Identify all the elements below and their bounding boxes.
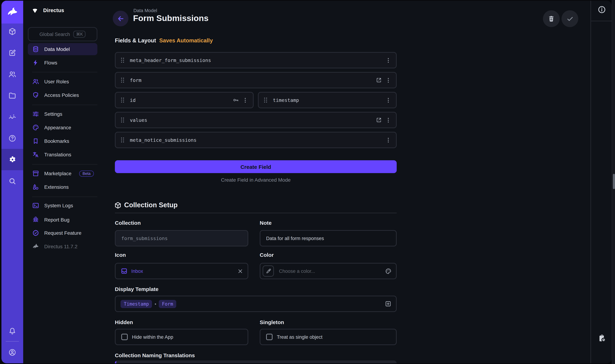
- delete-collection-button[interactable]: [543, 10, 560, 27]
- scrollbar-thumb[interactable]: [613, 174, 615, 189]
- module-settings-button[interactable]: [1, 149, 23, 170]
- sidebar-item-extensions[interactable]: Extensions: [28, 181, 98, 193]
- autosave-hint: Saves Automatically: [159, 37, 213, 43]
- primary-key-icon: [233, 97, 239, 103]
- sidebar-item-flows[interactable]: Flows: [28, 57, 98, 69]
- icon-input[interactable]: Inbox: [115, 263, 248, 279]
- field-name: form: [130, 77, 376, 83]
- collection-setup-heading: Collection Setup: [114, 201, 178, 209]
- field-row-meta-notice[interactable]: meta_notice_submissions: [115, 132, 397, 148]
- field-name: timestamp: [273, 97, 385, 103]
- field-row-form[interactable]: form: [115, 72, 397, 88]
- project-header[interactable]: Directus: [31, 7, 64, 14]
- sidebar-item-marketplace[interactable]: Marketplace Beta: [28, 167, 98, 180]
- trash-icon: [547, 15, 555, 22]
- directus-logo[interactable]: [1, 1, 23, 24]
- hidden-checkbox[interactable]: [121, 334, 128, 340]
- sidebar-item-data-model[interactable]: Data Model: [28, 43, 98, 55]
- drag-handle-icon[interactable]: [263, 96, 268, 104]
- version-label: Directus 11.7.2: [44, 244, 77, 249]
- sidebar-item-report-bug[interactable]: Report Bug: [28, 214, 98, 226]
- drag-handle-icon[interactable]: [120, 56, 125, 64]
- module-insights-button[interactable]: [1, 106, 23, 128]
- drag-handle-icon[interactable]: [120, 116, 125, 124]
- sidebar-item-user-roles[interactable]: User Roles: [28, 76, 98, 88]
- folder-icon: [8, 91, 16, 100]
- module-search-button[interactable]: [1, 170, 23, 192]
- template-chip-timestamp[interactable]: Timestamp: [121, 300, 152, 308]
- translations-label: Collection Naming Translations: [115, 352, 195, 358]
- module-help-button[interactable]: [1, 128, 23, 149]
- open-relation-icon[interactable]: [376, 117, 382, 123]
- sidebar-item-appearance[interactable]: Appearance: [28, 121, 98, 134]
- field-row-id[interactable]: id: [115, 92, 254, 108]
- rail-divider: [6, 341, 19, 342]
- icon-value: Inbox: [131, 268, 143, 274]
- open-relation-icon[interactable]: [376, 77, 382, 83]
- kebab-menu-icon[interactable]: [242, 97, 249, 104]
- project-logo-icon: [31, 7, 39, 14]
- collection-value: form_submissions: [116, 235, 168, 241]
- beta-badge: Beta: [79, 170, 94, 176]
- global-search-input[interactable]: Global Search ⌘K: [28, 27, 98, 41]
- field-row-meta-header[interactable]: meta_header_form_submissions: [115, 52, 397, 68]
- box-icon: [114, 201, 122, 209]
- sidebar-item-translations[interactable]: Translations: [28, 149, 98, 161]
- module-users-button[interactable]: [1, 63, 23, 85]
- singleton-checkbox-label: Treat as single object: [277, 334, 322, 340]
- create-field-button[interactable]: Create Field: [115, 160, 397, 173]
- sidebar-item-label: Translations: [44, 152, 71, 157]
- template-chip-form[interactable]: Form: [159, 300, 176, 308]
- kebab-menu-icon[interactable]: [385, 97, 392, 104]
- field-name: id: [130, 97, 233, 103]
- drag-handle-icon[interactable]: [120, 76, 125, 84]
- back-button[interactable]: [113, 11, 128, 26]
- edit-icon: [8, 49, 16, 57]
- singleton-field[interactable]: Treat as single object: [260, 329, 397, 345]
- module-content-button[interactable]: [1, 21, 23, 42]
- right-sidebar: [590, 1, 612, 363]
- display-template-input[interactable]: Timestamp • Form: [115, 296, 397, 312]
- kebab-menu-icon[interactable]: [385, 57, 392, 64]
- sidebar-item-label: Settings: [44, 111, 62, 117]
- eyedropper-button[interactable]: [263, 265, 274, 277]
- tune-icon: [32, 110, 39, 117]
- kebab-menu-icon[interactable]: [385, 117, 392, 123]
- sidebar-item-request-feature[interactable]: Request Feature: [28, 227, 98, 239]
- color-input[interactable]: Choose a color...: [260, 263, 397, 279]
- note-input[interactable]: Data for all form responses: [260, 230, 397, 247]
- field-row-values[interactable]: values: [115, 112, 397, 128]
- nav-divider: [32, 164, 98, 165]
- info-button[interactable]: [591, 5, 612, 14]
- search-icon: [8, 177, 16, 185]
- revisions-button[interactable]: [591, 334, 612, 342]
- notifications-button[interactable]: [1, 323, 23, 339]
- advanced-mode-link[interactable]: Create Field in Advanced Mode: [115, 177, 397, 183]
- add-box-icon[interactable]: [385, 300, 392, 307]
- user-avatar-button[interactable]: [1, 344, 23, 360]
- singleton-checkbox[interactable]: [266, 334, 273, 340]
- close-icon[interactable]: [237, 268, 243, 274]
- palette-icon[interactable]: [385, 268, 392, 274]
- sidebar-item-label: User Roles: [44, 79, 69, 84]
- field-row-timestamp[interactable]: timestamp: [258, 92, 397, 108]
- drag-handle-icon[interactable]: [120, 96, 125, 104]
- storefront-icon: [32, 170, 39, 177]
- bell-icon: [8, 327, 16, 335]
- module-editor-button[interactable]: [1, 42, 23, 63]
- hidden-field[interactable]: Hide within the App: [115, 329, 248, 345]
- cube-icon: [8, 27, 16, 35]
- sidebar-item-system-logs[interactable]: System Logs: [28, 199, 98, 212]
- translations-input-partial[interactable]: [115, 360, 397, 363]
- scrollbar-track[interactable]: [612, 0, 615, 364]
- module-files-button[interactable]: [1, 85, 23, 106]
- sidebar-item-access-policies[interactable]: Access Policies: [28, 89, 98, 101]
- kebab-menu-icon[interactable]: [385, 77, 392, 84]
- hidden-checkbox-label: Hide within the App: [132, 334, 173, 340]
- template-separator: •: [155, 301, 156, 306]
- sidebar-item-bookmarks[interactable]: Bookmarks: [28, 135, 98, 147]
- drag-handle-icon[interactable]: [120, 136, 125, 144]
- sidebar-item-settings[interactable]: Settings: [28, 108, 98, 120]
- kebab-menu-icon[interactable]: [385, 137, 392, 143]
- save-button[interactable]: [561, 10, 578, 27]
